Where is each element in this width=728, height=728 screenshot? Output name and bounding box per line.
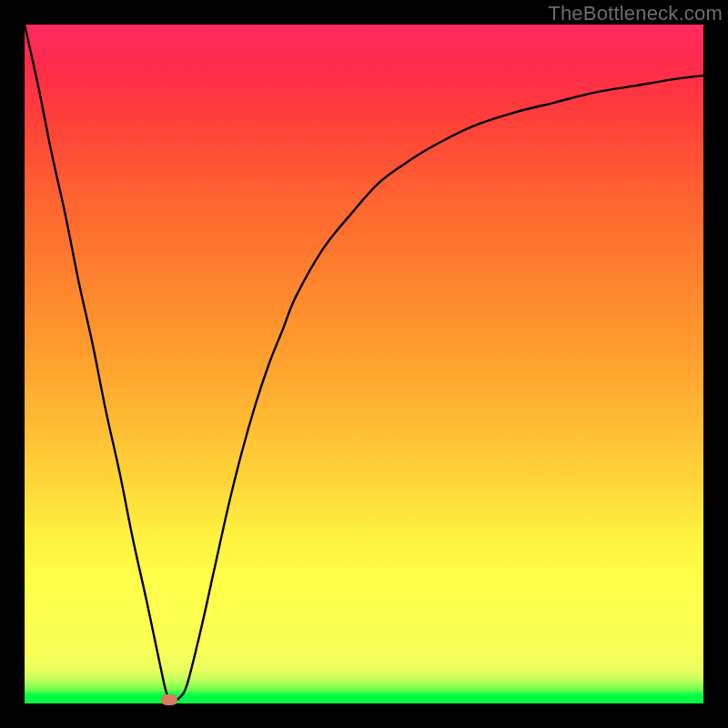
watermark-label: TheBottleneck.com — [548, 2, 723, 25]
bottleneck-curve — [25, 25, 703, 703]
chart-frame: TheBottleneck.com — [0, 0, 728, 728]
plot-area — [25, 25, 703, 703]
minimum-marker — [161, 694, 177, 705]
